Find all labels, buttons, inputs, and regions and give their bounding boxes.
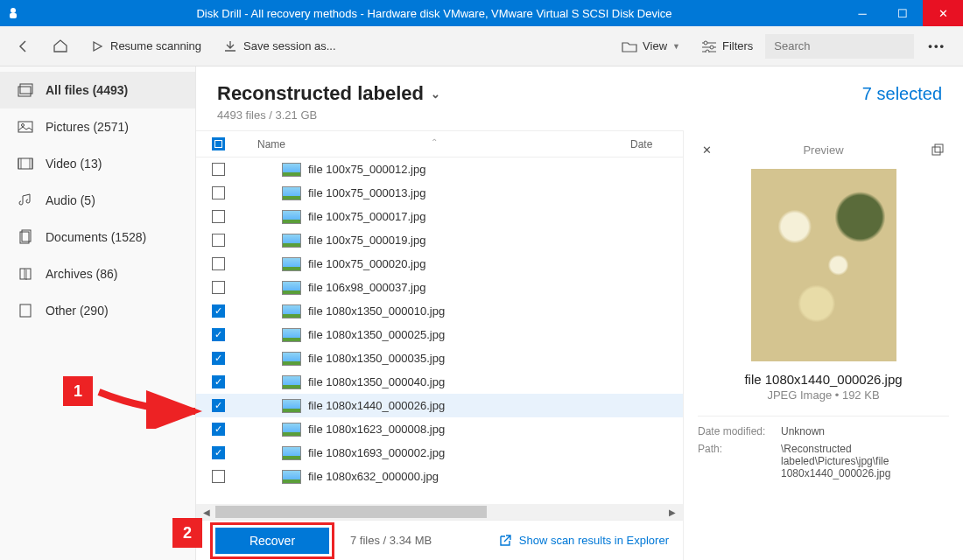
image-file-icon: [282, 423, 301, 437]
row-checkbox[interactable]: ✓: [205, 304, 231, 318]
file-name: file 100x75_000017.jpg: [308, 210, 683, 223]
image-file-icon: [282, 328, 301, 342]
file-list: Name⌃ Date file 100x75_000012.jpgfile 10…: [196, 130, 683, 560]
search-input[interactable]: [765, 34, 914, 59]
sidebar-item-archives[interactable]: Archives (86): [0, 256, 195, 292]
filters-button[interactable]: Filters: [692, 33, 762, 60]
file-row[interactable]: file 100x75_000012.jpg: [196, 158, 683, 181]
minimize-button[interactable]: ─: [842, 0, 882, 26]
document-icon: [18, 229, 33, 245]
sidebar-item-other[interactable]: Other (290): [0, 292, 195, 329]
image-file-icon: [282, 257, 301, 271]
folder-summary: 4493 files / 3.21 GB: [217, 108, 862, 122]
external-link-icon: [498, 534, 512, 548]
video-icon: [18, 156, 33, 172]
preview-filename: file 1080x1440_000026.jpg: [698, 372, 949, 387]
file-row[interactable]: file 100x75_000017.jpg: [196, 205, 683, 228]
chevron-down-icon: ⌄: [431, 88, 440, 101]
sidebar-item-all-files[interactable]: All files (4493): [0, 72, 195, 108]
svg-rect-13: [20, 304, 31, 317]
sidebar-item-video[interactable]: Video (13): [0, 145, 195, 182]
file-row[interactable]: ✓file 1080x1350_000035.jpg: [196, 346, 683, 370]
row-checkbox[interactable]: ✓: [205, 328, 231, 341]
explorer-link-label: Show scan results in Explorer: [519, 534, 669, 547]
footer: Recover 7 files / 3.34 MB Show scan resu…: [196, 520, 683, 560]
other-icon: [18, 303, 33, 318]
row-checkbox[interactable]: ✓: [205, 399, 231, 412]
sort-arrow-icon: ⌃: [431, 137, 438, 147]
sliders-icon: [701, 38, 717, 54]
files-stack-icon: [18, 82, 33, 98]
row-checkbox[interactable]: [205, 163, 231, 176]
svg-point-0: [11, 8, 16, 13]
select-all-checkbox[interactable]: [205, 137, 231, 150]
recover-highlight: Recover: [210, 522, 334, 559]
more-button[interactable]: •••: [917, 39, 956, 52]
scrollbar-thumb[interactable]: [215, 506, 487, 518]
save-icon: [222, 38, 238, 54]
row-checkbox[interactable]: [205, 257, 231, 270]
image-file-icon: [282, 163, 301, 177]
preview-popout-button[interactable]: [931, 144, 949, 156]
file-row[interactable]: ✓file 1080x1693_000002.jpg: [196, 441, 683, 465]
image-file-icon: [282, 210, 301, 224]
row-checkbox[interactable]: [205, 210, 231, 223]
titlebar: Disk Drill - All recovery methods - Hard…: [0, 0, 963, 26]
column-header: Name⌃ Date: [196, 131, 683, 158]
home-button[interactable]: [44, 33, 77, 60]
horizontal-scrollbar[interactable]: ◀ ▶: [196, 504, 683, 520]
preview-close-button[interactable]: ✕: [698, 144, 715, 157]
svg-rect-7: [18, 122, 32, 132]
file-row[interactable]: ✓file 1080x1350_000010.jpg: [196, 299, 683, 323]
file-name: file 1080x1693_000002.jpg: [308, 446, 683, 459]
view-label: View: [643, 39, 667, 52]
column-date[interactable]: Date: [630, 138, 683, 150]
svg-point-4: [706, 50, 709, 52]
image-file-icon: [282, 470, 301, 484]
maximize-button[interactable]: ☐: [882, 0, 923, 26]
path-label: Path:: [698, 443, 781, 480]
column-name[interactable]: Name⌃: [231, 138, 630, 150]
file-row[interactable]: ✓file 1080x1623_000008.jpg: [196, 417, 683, 441]
file-row[interactable]: file 100x75_000019.jpg: [196, 228, 683, 252]
file-name: file 1080x632_000000.jpg: [308, 470, 683, 483]
view-dropdown[interactable]: View ▼: [613, 33, 689, 60]
back-button[interactable]: [7, 33, 40, 60]
show-in-explorer-link[interactable]: Show scan results in Explorer: [498, 534, 669, 548]
scroll-left-icon[interactable]: ◀: [200, 508, 214, 517]
scroll-right-icon[interactable]: ▶: [665, 508, 679, 517]
row-checkbox[interactable]: [205, 234, 231, 247]
content: Reconstructed labeled ⌄ 4493 files / 3.2…: [196, 66, 963, 560]
file-name: file 1080x1350_000025.jpg: [308, 328, 683, 341]
annotation-callout-1: 1: [63, 376, 93, 406]
row-checkbox[interactable]: ✓: [205, 352, 231, 365]
file-row[interactable]: file 1080x632_000000.jpg: [196, 465, 683, 488]
selected-count: 7 selected: [862, 84, 942, 104]
preview-panel: ✕ Preview file 1080x1440_000026.jpg JPEG…: [683, 130, 963, 560]
file-row[interactable]: file 100x75_000013.jpg: [196, 181, 683, 205]
arrow-left-icon: [16, 38, 32, 54]
file-row[interactable]: ✓file 1080x1350_000040.jpg: [196, 370, 683, 394]
image-file-icon: [282, 399, 301, 413]
row-checkbox[interactable]: [205, 186, 231, 200]
file-row[interactable]: file 100x75_000020.jpg: [196, 252, 683, 276]
file-row[interactable]: ✓file 1080x1350_000025.jpg: [196, 323, 683, 346]
row-checkbox[interactable]: ✓: [205, 446, 231, 459]
path-value: \Reconstructed labeled\Pictures\jpg\file…: [781, 443, 949, 480]
selection-summary: 7 files / 3.34 MB: [350, 534, 432, 547]
file-name: file 106x98_000037.jpg: [308, 281, 683, 294]
close-button[interactable]: ✕: [923, 0, 963, 26]
row-checkbox[interactable]: [205, 281, 231, 294]
save-session-button[interactable]: Save session as...: [214, 33, 345, 60]
recover-button[interactable]: Recover: [215, 528, 329, 554]
file-row[interactable]: ✓file 1080x1440_000026.jpg: [196, 394, 683, 417]
sidebar-item-pictures[interactable]: Pictures (2571): [0, 108, 195, 145]
sidebar-item-documents[interactable]: Documents (1528): [0, 219, 195, 256]
sidebar-item-audio[interactable]: Audio (5): [0, 182, 195, 219]
folder-title-dropdown[interactable]: Reconstructed labeled ⌄: [217, 82, 862, 105]
row-checkbox[interactable]: ✓: [205, 423, 231, 436]
row-checkbox[interactable]: ✓: [205, 375, 231, 388]
row-checkbox[interactable]: [205, 470, 231, 483]
resume-scanning-button[interactable]: Resume scanning: [81, 33, 210, 60]
file-row[interactable]: file 106x98_000037.jpg: [196, 276, 683, 299]
